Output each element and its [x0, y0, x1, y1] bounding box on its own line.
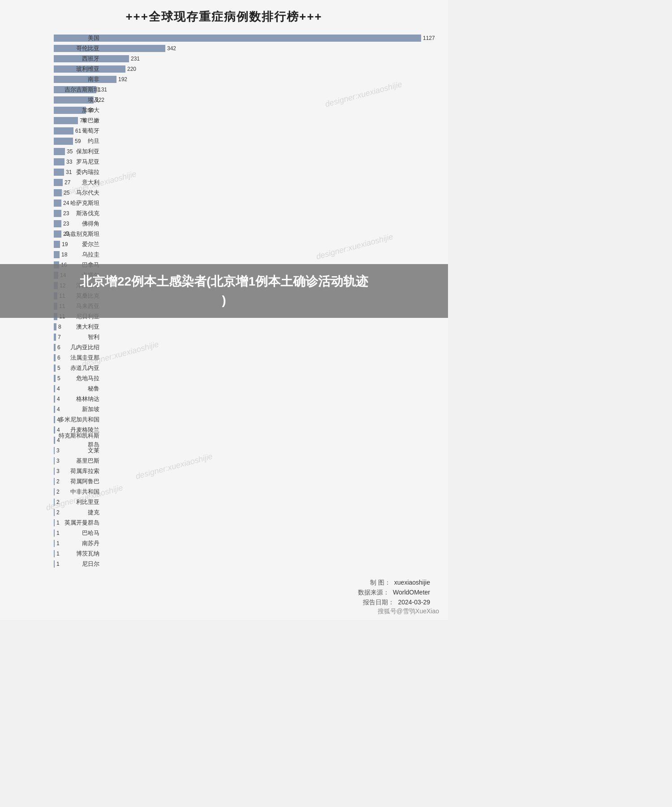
bar-wrapper: 23: [54, 230, 435, 238]
bar-label: 荷属库拉索: [54, 467, 102, 476]
bar-value-label: 192: [118, 76, 127, 82]
bar-wrapper: 7: [54, 334, 435, 341]
bar-row: 加拿大99: [54, 106, 435, 115]
bar-row: 巴哈马1: [54, 529, 435, 538]
bar-wrapper: 23: [54, 220, 435, 227]
bar-label: 秘鲁: [54, 384, 102, 393]
bar-fill: [54, 35, 421, 42]
bar-label: 美国: [54, 34, 102, 43]
bar-label: 马尔代夫: [54, 188, 102, 197]
bar-label: 捷克: [54, 508, 102, 517]
page-container: +++全球现存重症病例数排行榜+++ designer:xuexiaoshiji…: [0, 0, 448, 620]
bar-wrapper: 220: [54, 65, 435, 73]
bar-label: 法属圭亚那: [54, 353, 102, 362]
bar-wrapper: 24: [54, 200, 435, 207]
bar-wrapper: 33: [54, 158, 435, 165]
bar-wrapper: 131: [54, 86, 435, 93]
source-label: 数据来源：: [358, 589, 389, 597]
bar-row: 荷属库拉索3: [54, 467, 435, 476]
bar-wrapper: 6: [54, 344, 435, 351]
bar-row: 新加坡4: [54, 405, 435, 414]
bar-label: 多米尼加共和国: [54, 415, 102, 424]
bar-wrapper: 1: [54, 540, 435, 547]
bar-wrapper: 6: [54, 354, 435, 361]
page-title: +++全球现存重症病例数排行榜+++: [4, 9, 444, 25]
bar-wrapper: 23: [54, 210, 435, 217]
bar-label: 哥伦比亚: [54, 44, 102, 53]
bar-label: 澳大利亚: [54, 322, 102, 331]
bar-row: 乌兹别克斯坦23: [54, 230, 435, 239]
bar-label: 保加利亚: [54, 147, 102, 156]
bar-value-label: 231: [131, 56, 140, 62]
bar-label: 新加坡: [54, 405, 102, 414]
bar-wrapper: 8: [54, 323, 435, 330]
bar-row: 葡萄牙61: [54, 126, 435, 135]
bar-row: 哥伦比亚342: [54, 44, 435, 53]
bar-label: 博茨瓦纳: [54, 549, 102, 558]
bar-wrapper: 2: [54, 478, 435, 485]
bar-label: 智利: [54, 333, 102, 342]
bar-wrapper: 5: [54, 364, 435, 372]
bar-wrapper: 4: [54, 395, 435, 403]
bar-label: 基里巴斯: [54, 456, 102, 465]
bar-label: 爱尔兰: [54, 240, 102, 249]
bar-row: 西班牙231: [54, 54, 435, 63]
made-by-value: xuexiaoshijie: [394, 579, 430, 587]
bar-label: 赤道几内亚: [54, 364, 102, 373]
bar-row: 约旦59: [54, 137, 435, 146]
bar-label: 玻利维亚: [54, 65, 102, 74]
bar-wrapper: 3: [54, 468, 435, 475]
bar-row: 美国1127: [54, 34, 435, 43]
bar-wrapper: 1: [54, 529, 435, 537]
bar-wrapper: 2: [54, 499, 435, 506]
bar-row: 荷属阿鲁巴2: [54, 477, 435, 486]
bar-row: 几内亚比绍6: [54, 343, 435, 352]
bar-wrapper: 61: [54, 127, 435, 134]
bar-value-label: 342: [167, 45, 176, 52]
bar-row: 博茨瓦纳1: [54, 549, 435, 558]
bar-wrapper: 59: [54, 138, 435, 145]
bar-label: 约旦: [54, 137, 102, 146]
bar-row: 斯洛伐克23: [54, 209, 435, 218]
bar-label: 几内亚比绍: [54, 343, 102, 352]
bar-wrapper: 3: [54, 447, 435, 454]
bar-row: 黎巴嫩74: [54, 116, 435, 125]
bar-row: 南非192: [54, 75, 435, 84]
bar-label: 埃及: [54, 95, 102, 104]
bar-label: 危地马拉: [54, 374, 102, 383]
bar-label: 乌拉圭: [54, 250, 102, 259]
bar-row: 文莱3: [54, 446, 435, 455]
bar-row: 意大利27: [54, 178, 435, 187]
bar-row: 哈萨克斯坦24: [54, 199, 435, 208]
bar-row: 埃及122: [54, 95, 435, 104]
bar-label: 乌兹别克斯坦: [54, 230, 102, 239]
bar-wrapper: 31: [54, 169, 435, 176]
bar-row: 秘鲁4: [54, 384, 435, 393]
bar-label: 格林纳达: [54, 395, 102, 404]
bar-row: 吉尔吉斯斯坦131: [54, 85, 435, 94]
bar-label: 英属开曼群岛: [54, 518, 102, 527]
bar-wrapper: 5: [54, 375, 435, 382]
bar-row: 基里巴斯3: [54, 456, 435, 465]
bar-wrapper: 342: [54, 45, 435, 52]
bar-label: 意大利: [54, 178, 102, 187]
bar-label: 西班牙: [54, 54, 102, 63]
bar-wrapper: 1: [54, 550, 435, 557]
bar-wrapper: 74: [54, 117, 435, 124]
bar-row: 保加利亚35: [54, 147, 435, 156]
bar-label: 委内瑞拉: [54, 168, 102, 177]
bar-row: 格林纳达4: [54, 395, 435, 404]
bar-wrapper: 192: [54, 76, 435, 83]
bar-row: 委内瑞拉31: [54, 168, 435, 177]
bar-row: 利比里亚2: [54, 498, 435, 507]
bar-wrapper: 27: [54, 179, 435, 186]
bar-label: 南非: [54, 75, 102, 84]
bar-label: 罗马尼亚: [54, 157, 102, 166]
bar-wrapper: 4: [54, 416, 435, 423]
bar-wrapper: 99: [54, 107, 435, 114]
bar-row: 多米尼加共和国4: [54, 415, 435, 424]
bar-wrapper: 4: [54, 406, 435, 413]
bar-label: 利比里亚: [54, 498, 102, 507]
bar-label: 哈萨克斯坦: [54, 199, 102, 208]
bar-value-label: 1127: [423, 35, 435, 41]
